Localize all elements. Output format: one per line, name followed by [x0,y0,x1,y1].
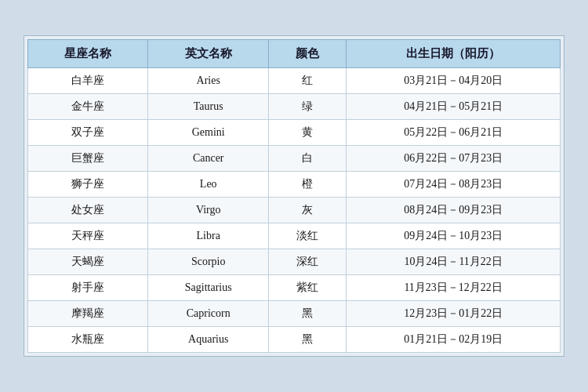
table-row: 巨蟹座Cancer白06月22日－07月23日 [28,146,561,172]
cell-r1-c1: Taurus [148,94,268,120]
cell-r5-c1: Virgo [148,198,268,223]
cell-r7-c2: 深红 [268,249,346,275]
cell-r1-c0: 金牛座 [28,94,148,120]
zodiac-table-container: 星座名称 英文名称 颜色 出生日期（阳历） 白羊座Aries红03月21日－04… [24,35,564,357]
table-row: 白羊座Aries红03月21日－04月20日 [28,68,561,94]
cell-r8-c0: 射手座 [28,275,148,301]
cell-r9-c3: 12月23日－01月22日 [347,301,561,327]
cell-r4-c2: 橙 [268,172,346,198]
table-row: 处女座Virgo灰08月24日－09月23日 [28,198,561,223]
cell-r4-c3: 07月24日－08月23日 [347,172,561,198]
table-body: 白羊座Aries红03月21日－04月20日金牛座Taurus绿04月21日－0… [28,68,561,353]
col-header-chinese-name: 星座名称 [28,40,148,68]
col-header-birthdate: 出生日期（阳历） [347,40,561,68]
table-row: 金牛座Taurus绿04月21日－05月21日 [28,94,561,120]
cell-r7-c3: 10月24日－11月22日 [347,249,561,275]
table-row: 双子座Gemini黄05月22日－06月21日 [28,120,561,146]
cell-r3-c3: 06月22日－07月23日 [347,146,561,172]
table-row: 摩羯座Capricorn黑12月23日－01月22日 [28,301,561,327]
table-row: 天蝎座Scorpio深红10月24日－11月22日 [28,249,561,275]
cell-r9-c0: 摩羯座 [28,301,148,327]
cell-r2-c1: Gemini [148,120,268,146]
table-row: 天秤座Libra淡红09月24日－10月23日 [28,223,561,249]
cell-r8-c1: Sagittarius [148,275,268,301]
cell-r0-c0: 白羊座 [28,68,148,94]
cell-r5-c2: 灰 [268,198,346,223]
cell-r1-c3: 04月21日－05月21日 [347,94,561,120]
table-row: 水瓶座Aquarius黑01月21日－02月19日 [28,327,561,353]
cell-r10-c1: Aquarius [148,327,268,353]
cell-r10-c0: 水瓶座 [28,327,148,353]
cell-r5-c3: 08月24日－09月23日 [347,198,561,223]
table-row: 狮子座Leo橙07月24日－08月23日 [28,172,561,198]
cell-r9-c1: Capricorn [148,301,268,327]
cell-r6-c2: 淡红 [268,223,346,249]
cell-r1-c2: 绿 [268,94,346,120]
cell-r0-c2: 红 [268,68,346,94]
cell-r7-c1: Scorpio [148,249,268,275]
cell-r0-c1: Aries [148,68,268,94]
cell-r7-c0: 天蝎座 [28,249,148,275]
col-header-color: 颜色 [268,40,346,68]
cell-r6-c0: 天秤座 [28,223,148,249]
cell-r3-c1: Cancer [148,146,268,172]
cell-r2-c2: 黄 [268,120,346,146]
cell-r6-c1: Libra [148,223,268,249]
cell-r5-c0: 处女座 [28,198,148,223]
zodiac-table: 星座名称 英文名称 颜色 出生日期（阳历） 白羊座Aries红03月21日－04… [27,39,561,353]
cell-r2-c3: 05月22日－06月21日 [347,120,561,146]
cell-r10-c3: 01月21日－02月19日 [347,327,561,353]
cell-r3-c2: 白 [268,146,346,172]
cell-r8-c2: 紫红 [268,275,346,301]
cell-r2-c0: 双子座 [28,120,148,146]
table-row: 射手座Sagittarius紫红11月23日－12月22日 [28,275,561,301]
cell-r3-c0: 巨蟹座 [28,146,148,172]
cell-r0-c3: 03月21日－04月20日 [347,68,561,94]
cell-r6-c3: 09月24日－10月23日 [347,223,561,249]
cell-r10-c2: 黑 [268,327,346,353]
cell-r4-c1: Leo [148,172,268,198]
table-header-row: 星座名称 英文名称 颜色 出生日期（阳历） [28,40,561,68]
cell-r4-c0: 狮子座 [28,172,148,198]
cell-r8-c3: 11月23日－12月22日 [347,275,561,301]
col-header-english-name: 英文名称 [148,40,268,68]
cell-r9-c2: 黑 [268,301,346,327]
